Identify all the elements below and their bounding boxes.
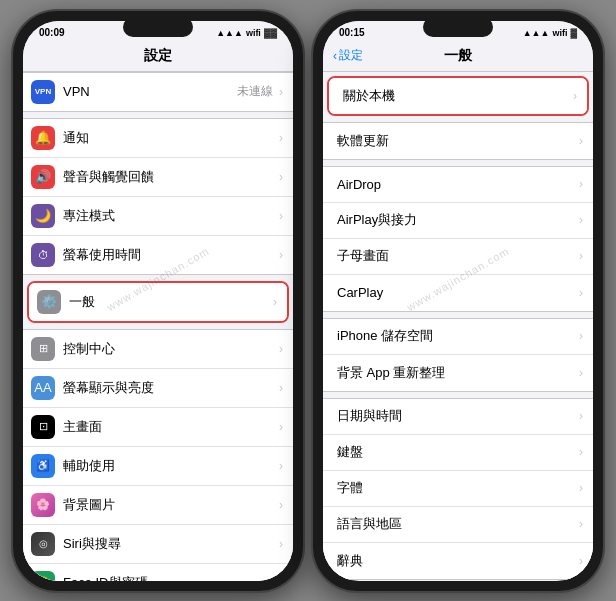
settings-item-storage[interactable]: iPhone 儲存空間 › bbox=[323, 319, 593, 355]
settings-item-home[interactable]: ⊡ 主畫面 › bbox=[23, 408, 293, 447]
settings-item-siri[interactable]: ◎ Siri與搜尋 › bbox=[23, 525, 293, 564]
siri-icon-glyph: ◎ bbox=[39, 538, 48, 549]
settings-item-airplay[interactable]: AirPlay與接力 › bbox=[323, 203, 593, 239]
general-label: 一般 bbox=[69, 293, 271, 311]
storage-group: iPhone 儲存空間 › 背景 App 重新整理 › bbox=[323, 318, 593, 392]
notifications-group: 🔔 通知 › 🔊 聲音與觸覺回饋 › 🌙 bbox=[23, 118, 293, 275]
bgapp-chevron: › bbox=[579, 366, 583, 380]
notify-icon-glyph: 🔔 bbox=[35, 130, 51, 145]
dictionary-label: 辭典 bbox=[337, 552, 577, 570]
sound-icon: 🔊 bbox=[31, 165, 55, 189]
screentime-label: 螢幕使用時間 bbox=[63, 246, 277, 264]
wallpaper-label: 背景圖片 bbox=[63, 496, 277, 514]
settings-list-2[interactable]: 關於本機 › 軟體更新 › AirDrop › bbox=[323, 72, 593, 581]
general-chevron: › bbox=[273, 295, 277, 309]
software-chevron: › bbox=[579, 134, 583, 148]
font-label: 字體 bbox=[337, 479, 577, 497]
settings-item-font[interactable]: 字體 › bbox=[323, 471, 593, 507]
access-chevron: › bbox=[279, 459, 283, 473]
settings-item-faceid[interactable]: 😊 Face ID與密碼 › bbox=[23, 564, 293, 581]
settings-item-access[interactable]: ♿ 輔助使用 › bbox=[23, 447, 293, 486]
page-title-2: 一般 bbox=[444, 47, 472, 65]
settings-item-wallpaper[interactable]: 🌸 背景圖片 › bbox=[23, 486, 293, 525]
settings-item-datetime[interactable]: 日期與時間 › bbox=[323, 399, 593, 435]
phone-2-screen: 00:15 ▲▲▲ wifi ▓ ‹ 設定 一般 bbox=[323, 21, 593, 581]
wifi-icon-1: wifi bbox=[246, 28, 261, 38]
general-icon-glyph: ⚙️ bbox=[41, 294, 57, 309]
battery-icon-1: ▓▓ bbox=[264, 28, 277, 38]
airplay-label: AirPlay與接力 bbox=[337, 211, 577, 229]
bgapp-label: 背景 App 重新整理 bbox=[337, 364, 577, 382]
software-label: 軟體更新 bbox=[337, 132, 577, 150]
language-chevron: › bbox=[579, 517, 583, 531]
settings-item-about[interactable]: 關於本機 › bbox=[329, 78, 587, 114]
focus-label: 專注模式 bbox=[63, 207, 277, 225]
settings-item-keyboard[interactable]: 鍵盤 › bbox=[323, 435, 593, 471]
back-label: 設定 bbox=[339, 47, 363, 64]
back-button[interactable]: ‹ 設定 bbox=[333, 47, 363, 64]
home-icon: ⊡ bbox=[31, 415, 55, 439]
home-label: 主畫面 bbox=[63, 418, 277, 436]
settings-item-general[interactable]: ⚙️ 一般 › bbox=[29, 283, 287, 321]
focus-chevron: › bbox=[279, 209, 283, 223]
settings-item-display[interactable]: AA 螢幕顯示與亮度 › bbox=[23, 369, 293, 408]
airdrop-label: AirDrop bbox=[337, 177, 577, 192]
phone-2-frame: 00:15 ▲▲▲ wifi ▓ ‹ 設定 一般 bbox=[313, 11, 603, 591]
screentime-chevron: › bbox=[279, 248, 283, 262]
mirror-label: 子母畫面 bbox=[337, 247, 577, 265]
display-icon-glyph: AA bbox=[34, 380, 51, 395]
font-chevron: › bbox=[579, 481, 583, 495]
sound-icon-glyph: 🔊 bbox=[35, 169, 51, 184]
settings-item-focus[interactable]: 🌙 專注模式 › bbox=[23, 197, 293, 236]
about-chevron: › bbox=[573, 89, 577, 103]
settings-item-screentime[interactable]: ⏱ 螢幕使用時間 › bbox=[23, 236, 293, 274]
display-label: 螢幕顯示與亮度 bbox=[63, 379, 277, 397]
siri-icon: ◎ bbox=[31, 532, 55, 556]
phone-2: 00:15 ▲▲▲ wifi ▓ ‹ 設定 一般 bbox=[313, 11, 603, 591]
phone-1: 00:09 ▲▲▲ wifi ▓▓ 設定 VPN bbox=[13, 11, 303, 591]
notify-icon: 🔔 bbox=[31, 126, 55, 150]
airdrop-chevron: › bbox=[579, 177, 583, 191]
settings-list-1[interactable]: VPN VPN 未連線 › 🔔 通知 › bbox=[23, 72, 293, 581]
display-chevron: › bbox=[279, 381, 283, 395]
nav-bar-1: 設定 bbox=[23, 43, 293, 72]
dictionary-chevron: › bbox=[579, 554, 583, 568]
settings-item-mirror[interactable]: 子母畫面 › bbox=[323, 239, 593, 275]
airplay-chevron: › bbox=[579, 213, 583, 227]
settings-item-language[interactable]: 語言與地區 › bbox=[323, 507, 593, 543]
general-icon: ⚙️ bbox=[37, 290, 61, 314]
vpn-label: VPN bbox=[63, 84, 237, 99]
status-icons-1: ▲▲▲ wifi ▓▓ bbox=[216, 28, 277, 38]
settings-item-sound[interactable]: 🔊 聲音與觸覺回饋 › bbox=[23, 158, 293, 197]
vpn-group: VPN VPN 未連線 › bbox=[23, 72, 293, 112]
display-icon: AA bbox=[31, 376, 55, 400]
about-highlight-wrapper: 關於本機 › bbox=[327, 76, 589, 116]
vpn-value: 未連線 bbox=[237, 83, 273, 100]
settings-item-airdrop[interactable]: AirDrop › bbox=[323, 167, 593, 203]
siri-label: Siri與搜尋 bbox=[63, 535, 277, 553]
datetime-label: 日期與時間 bbox=[337, 407, 577, 425]
focus-icon: 🌙 bbox=[31, 204, 55, 228]
sound-label: 聲音與觸覺回饋 bbox=[63, 168, 277, 186]
carplay-chevron: › bbox=[579, 286, 583, 300]
page-title-1: 設定 bbox=[144, 47, 172, 65]
settings-item-notify[interactable]: 🔔 通知 › bbox=[23, 119, 293, 158]
settings-item-control[interactable]: ⊞ 控制中心 › bbox=[23, 330, 293, 369]
settings-item-bgapp[interactable]: 背景 App 重新整理 › bbox=[323, 355, 593, 391]
control-chevron: › bbox=[279, 342, 283, 356]
dynamic-island-2 bbox=[423, 17, 493, 37]
datetime-group: 日期與時間 › 鍵盤 › 字體 › 語言與地區 › bbox=[323, 398, 593, 580]
wifi-icon-2: wifi bbox=[552, 28, 567, 38]
settings-item-carplay[interactable]: CarPlay › bbox=[323, 275, 593, 311]
wallpaper-chevron: › bbox=[279, 498, 283, 512]
about-label: 關於本機 bbox=[343, 87, 571, 105]
settings-item-dictionary[interactable]: 辭典 › bbox=[323, 543, 593, 579]
settings-item-software[interactable]: 軟體更新 › bbox=[323, 123, 593, 159]
settings-item-vpn[interactable]: VPN VPN 未連線 › bbox=[23, 73, 293, 111]
screentime-icon: ⏱ bbox=[31, 243, 55, 267]
vpn-chevron: › bbox=[279, 85, 283, 99]
control-icon-glyph: ⊞ bbox=[39, 342, 48, 355]
access-icon-glyph: ♿ bbox=[36, 459, 50, 472]
status-icons-2: ▲▲▲ wifi ▓ bbox=[523, 28, 577, 38]
phone-1-frame: 00:09 ▲▲▲ wifi ▓▓ 設定 VPN bbox=[13, 11, 303, 591]
